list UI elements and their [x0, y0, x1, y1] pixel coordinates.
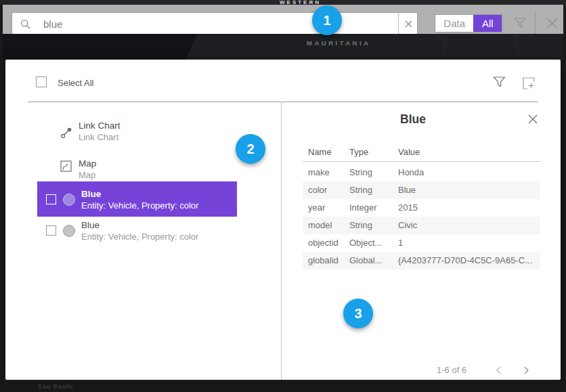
column-header-name: Name — [303, 143, 349, 161]
column-header-value: Value — [398, 143, 540, 161]
list-detail-divider — [281, 102, 282, 380]
cell-type: Global... — [349, 252, 398, 269]
entity-circle-icon — [63, 225, 75, 237]
map-background: MAURITANIA — [3, 34, 563, 60]
search-icon — [20, 19, 31, 32]
cell-value: Blue — [398, 181, 540, 199]
detail-title: Blue — [345, 112, 481, 127]
close-search-icon[interactable] — [544, 16, 560, 34]
map-label-mauritania: MAURITANIA — [307, 39, 370, 47]
result-title: Blue — [81, 189, 101, 199]
toggle-all-button[interactable]: All — [473, 15, 502, 32]
attribute-table: Name Type Value make String Honda color … — [303, 143, 540, 269]
cell-type: String — [349, 164, 398, 181]
pagination-next-icon[interactable] — [521, 365, 531, 376]
result-subtitle: Entity: Vehicle, Property: color — [81, 200, 198, 211]
search-box[interactable] — [12, 12, 418, 35]
callout-1-number: 1 — [323, 13, 330, 28]
callout-1: 1 — [312, 5, 342, 35]
cell-value: Civic — [398, 217, 540, 234]
result-item-blue-selected[interactable]: Blue Entity: Vehicle, Property: color — [37, 181, 237, 217]
cell-value: 1 — [398, 234, 540, 252]
cell-name: objectid — [303, 234, 349, 252]
cell-name: globalid — [303, 252, 349, 269]
map-label-western: WESTERN — [280, 0, 321, 5]
table-header-row: Name Type Value — [303, 143, 540, 162]
result-subtitle: Link Chart — [79, 132, 118, 142]
map-icon — [60, 160, 72, 175]
clear-search-button[interactable] — [398, 13, 418, 35]
link-chart-icon — [60, 127, 72, 141]
filter-icon[interactable] — [514, 17, 526, 31]
result-item-blue[interactable]: Blue Entity: Vehicle, Property: color — [37, 217, 237, 249]
result-checkbox[interactable] — [46, 225, 56, 236]
result-title: Link Chart — [79, 121, 121, 131]
map-background-bottom: Sao Paulo — [3, 380, 563, 392]
table-row: model String Civic — [303, 217, 540, 234]
cell-name: year — [303, 199, 349, 217]
table-row: globalid Global... {A4203777-D70D-4C5C-9… — [303, 252, 540, 269]
cell-type: Object... — [349, 234, 398, 252]
cell-type: Integer — [349, 199, 398, 217]
result-title: Map — [79, 158, 96, 169]
add-to-selection-icon[interactable] — [523, 77, 535, 92]
result-subtitle: Entity: Vehicle, Property: color — [81, 232, 198, 242]
map-label-bottom: Sao Paulo — [38, 383, 74, 390]
panel-filter-icon[interactable] — [493, 76, 506, 91]
result-checkbox[interactable] — [46, 194, 56, 204]
result-title: Blue — [81, 220, 100, 230]
callout-2-number: 2 — [246, 141, 254, 157]
result-subtitle: Map — [79, 170, 95, 180]
table-row: make String Honda — [303, 164, 540, 181]
pagination-prev-icon[interactable] — [494, 365, 504, 376]
map-background-top: WESTERN — [0, 0, 566, 5]
header-divider — [28, 102, 538, 102]
cell-value: Honda — [398, 164, 540, 181]
entity-circle-icon — [63, 194, 75, 206]
toggle-data-button[interactable]: Data — [435, 15, 473, 32]
select-all-checkbox[interactable] — [36, 77, 47, 87]
cell-name: model — [303, 217, 349, 234]
toolbar-divider — [535, 12, 536, 35]
cell-value: 2015 — [398, 199, 540, 217]
table-row: year Integer 2015 — [303, 199, 540, 217]
pagination-label: 1-6 of 6 — [437, 365, 466, 375]
app-window: WESTERN Data All MAURITANIA — [0, 0, 566, 392]
cell-type: String — [349, 181, 398, 199]
search-toolbar: Data All — [3, 5, 563, 34]
column-header-type: Type — [349, 143, 398, 161]
detail-close-icon[interactable] — [527, 114, 538, 127]
cell-value: {A4203777-D70D-4C5C-9A65-C... — [398, 252, 540, 269]
cell-name: color — [303, 181, 349, 199]
callout-2: 2 — [236, 134, 265, 164]
callout-3: 3 — [343, 299, 373, 328]
select-all-label: Select All — [58, 78, 93, 88]
result-item-map[interactable]: Map Map — [33, 154, 237, 184]
result-item-link-chart[interactable]: Link Chart Link Chart — [33, 116, 237, 146]
cell-name: make — [303, 164, 349, 181]
search-results-panel: Select All Link Chart Link Chart Map Map — [5, 60, 561, 380]
scope-toggle: Data All — [435, 14, 502, 32]
table-row: color String Blue — [303, 181, 540, 199]
cell-type: String — [349, 217, 398, 234]
table-row: objectid Object... 1 — [303, 234, 540, 252]
callout-3-number: 3 — [354, 306, 362, 322]
